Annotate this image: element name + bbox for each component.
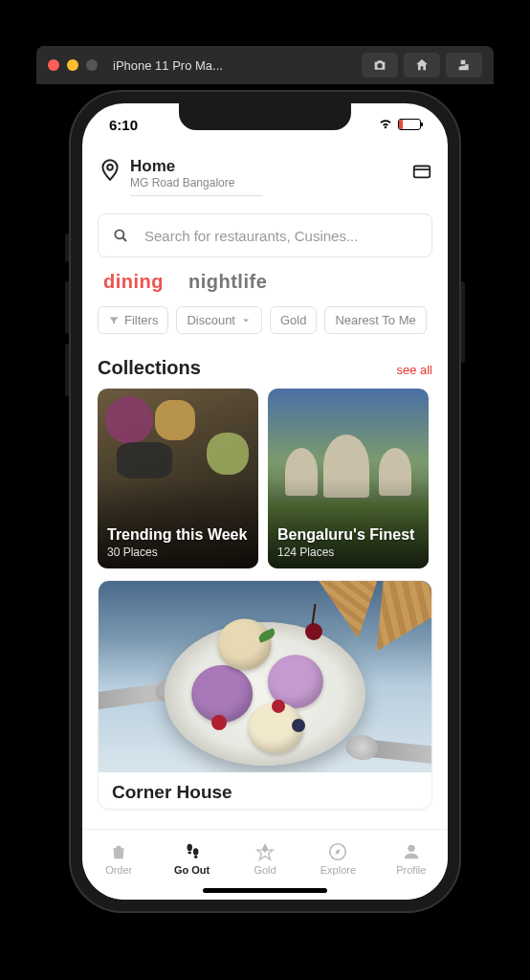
home-indicator[interactable] [203,888,327,893]
discount-chip[interactable]: Discount [176,306,262,334]
filter-icon [108,315,120,326]
bag-icon [108,841,129,862]
collections-header: Collections see all [98,357,432,379]
location-subtitle: MG Road Bangalore [130,176,263,189]
battery-icon [398,119,421,130]
notch [179,103,351,130]
payment-card-icon[interactable] [411,157,432,186]
collection-card-finest[interactable]: Bengaluru's Finest 124 Places [268,389,429,568]
screenshot-button[interactable] [362,53,398,78]
screen: 6:10 Home MG Road Bangalore [82,103,448,900]
restaurant-title: Corner House [112,782,418,803]
svg-point-8 [193,856,197,858]
filters-chip-label: Filters [124,313,158,327]
svg-line-4 [122,237,126,241]
gold-chip-label: Gold [280,313,306,327]
svg-point-6 [188,851,191,854]
category-tabs: dining nightlife [98,257,432,302]
tab-dining[interactable]: dining [103,271,164,293]
discount-chip-label: Discount [187,313,235,327]
nav-label: Order [105,864,132,876]
nav-gold[interactable]: Gold [229,830,301,886]
nav-label: Go Out [174,864,210,876]
restaurant-card[interactable]: Corner House [98,580,432,810]
search-placeholder: Search for restaurants, Cusines... [144,228,358,244]
location-row[interactable]: Home MG Road Bangalore [98,149,432,204]
nav-label: Gold [254,864,276,876]
rotate-button[interactable] [446,53,482,78]
nav-label: Profile [396,864,426,876]
filter-chips: Filters Discount Gold Nearest To Me [98,306,432,334]
home-button[interactable] [404,53,440,78]
nearest-chip[interactable]: Nearest To Me [324,306,426,334]
location-title: Home [130,157,263,176]
mute-switch [65,234,69,262]
window-close-button[interactable] [48,59,59,71]
svg-rect-1 [414,167,431,178]
svg-point-10 [408,844,414,851]
collection-subtitle: 30 Places [107,546,249,559]
volume-down-button [65,344,69,396]
search-input[interactable]: Search for restaurants, Cusines... [98,213,432,257]
main-content[interactable]: Home MG Road Bangalore Search for restau… [82,145,448,829]
power-button [461,281,465,363]
nearest-chip-label: Nearest To Me [335,313,415,327]
location-pin-icon [98,157,122,186]
collection-subtitle: 124 Places [277,546,419,559]
collection-title: Bengaluru's Finest [277,526,419,544]
nav-order[interactable]: Order [82,830,155,886]
collections-title: Collections [98,357,201,379]
see-all-link[interactable]: see all [396,363,432,377]
svg-point-0 [107,165,113,170]
wifi-icon [378,116,393,134]
svg-point-5 [187,843,192,850]
tab-nightlife[interactable]: nightlife [188,271,267,293]
compass-icon [327,841,348,862]
filters-chip[interactable]: Filters [98,306,168,334]
volume-up-button [65,281,69,334]
restaurant-image [99,581,431,772]
nav-explore[interactable]: Explore [301,830,374,886]
nav-goout[interactable]: Go Out [155,830,228,886]
nav-label: Explore [320,864,356,876]
simulator-titlebar: iPhone 11 Pro Ma... [36,46,494,84]
simulator-title: iPhone 11 Pro Ma... [113,58,354,73]
phone-frame: 6:10 Home MG Road Bangalore [69,90,461,913]
svg-point-7 [193,848,199,855]
collection-title: Trending this Week [107,526,249,544]
nav-profile[interactable]: Profile [375,830,448,886]
window-zoom-button[interactable] [86,59,98,71]
location-text[interactable]: Home MG Road Bangalore [130,157,263,196]
collections-row[interactable]: Trending this Week 30 Places Bengaluru's… [98,389,432,568]
profile-icon [401,841,422,862]
svg-point-3 [115,230,123,238]
footsteps-icon [182,841,203,862]
search-icon [112,227,129,244]
status-time: 6:10 [109,117,138,133]
collection-card-trending[interactable]: Trending this Week 30 Places [98,389,258,568]
gold-icon [254,841,276,862]
window-minimize-button[interactable] [67,59,78,71]
chevron-down-icon [240,315,252,326]
gold-chip[interactable]: Gold [270,306,317,334]
